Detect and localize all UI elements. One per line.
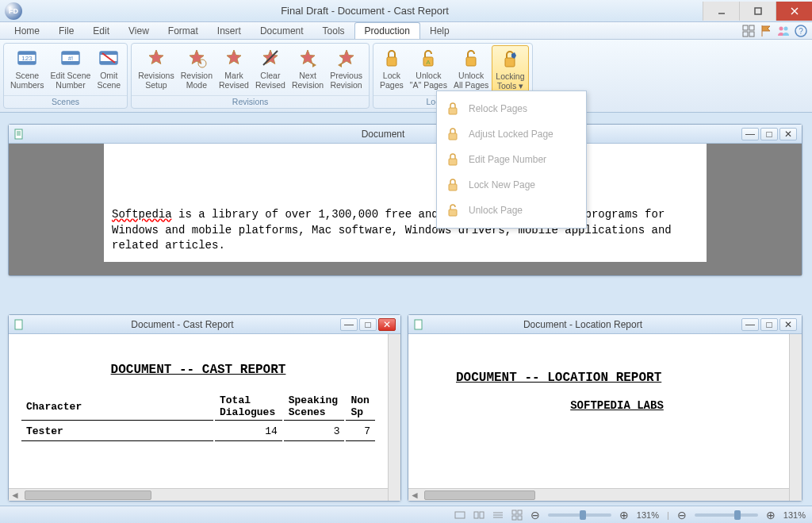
grid-icon[interactable] [742, 25, 755, 37]
ribbon-group-revisions: Revisions SetupRevision ModeMark Revised… [131, 43, 370, 109]
vertical-scrollbar[interactable] [789, 334, 802, 501]
zoom-slider-1[interactable] [548, 513, 611, 517]
mark-revised-button[interactable]: Mark Revised [216, 45, 252, 95]
svg-rect-44 [480, 512, 484, 518]
locking-tools-button[interactable]: Locking Tools ▾ [492, 45, 528, 95]
help-icon[interactable]: ? [795, 25, 807, 37]
ribbon-button-label: Previous Revision [330, 71, 362, 90]
pane-minimize-button[interactable]: — [741, 128, 759, 140]
lock-pages-icon [381, 47, 403, 69]
maximize-button[interactable] [739, 2, 776, 21]
pane-maximize-button[interactable]: □ [760, 128, 778, 140]
spell-error-word: Softpedia [112, 208, 172, 221]
minimize-button[interactable] [703, 2, 739, 21]
menu-view[interactable]: View [119, 23, 159, 39]
svg-rect-4 [743, 25, 748, 30]
ribbon-button-label: Unlock All Pages [454, 71, 488, 90]
scene-numbers-button[interactable]: 123Scene Numbers [7, 45, 48, 95]
pane-close-button[interactable]: ✕ [779, 318, 797, 331]
ribbon-button-label: Mark Revised [219, 71, 249, 90]
report-subheading: SOFTPEDIA LABS [456, 399, 778, 412]
menu-help[interactable]: Help [420, 23, 459, 39]
horizontal-scrollbar[interactable]: ◄ [408, 488, 789, 501]
zoom-in-button[interactable]: ⊕ [619, 509, 629, 521]
vertical-scrollbar[interactable] [388, 334, 400, 501]
pane-minimize-button[interactable]: — [741, 318, 759, 331]
svg-rect-43 [474, 512, 478, 518]
pane-body: Softpedia is a library of over 1,300,000… [9, 144, 802, 275]
document-text: is a library of over 1,300,000 free and … [112, 208, 672, 252]
window-controls [703, 2, 812, 21]
status-bar: ⊖ ⊕ 131% | ⊖ ⊕ 131% [0, 506, 812, 523]
doc-icon [413, 319, 424, 330]
relock-icon [445, 101, 461, 117]
pane-close-button[interactable]: ✕ [378, 318, 396, 331]
zoom-out-button[interactable]: ⊖ [530, 509, 540, 521]
dropdown-lock-new[interactable]: Lock New Page [437, 172, 586, 198]
ribbon-button-label: Revision Mode [181, 71, 213, 90]
next-revision-icon [297, 47, 319, 69]
ribbon-group-label: Scenes [4, 95, 127, 108]
lock-pages-button[interactable]: Lock Pages [377, 45, 407, 95]
dropdown-relock[interactable]: Relock Pages [437, 96, 586, 121]
menu-home[interactable]: Home [5, 23, 49, 39]
menu-document[interactable]: Document [251, 23, 313, 39]
table-row[interactable]: Tester 14 3 7 [21, 422, 375, 441]
pane-close-button[interactable]: ✕ [779, 128, 797, 140]
menu-production[interactable]: Production [354, 22, 420, 39]
previous-revision-button[interactable]: Previous Revision [327, 45, 366, 95]
dropdown-adjust[interactable]: Adjust Locked Page [437, 121, 586, 147]
menu-edit[interactable]: Edit [83, 23, 119, 39]
clear-revised-button[interactable]: Clear Revised [252, 45, 289, 95]
people-icon[interactable] [777, 25, 790, 37]
svg-rect-50 [512, 516, 516, 520]
svg-text:123: 123 [22, 55, 33, 62]
zoom-out-button-2[interactable]: ⊖ [677, 509, 687, 521]
edit-scene-number-button[interactable]: #!Edit Scene Number [48, 45, 94, 95]
flag-icon[interactable] [760, 25, 772, 37]
revisions-setup-button[interactable]: Revisions Setup [135, 45, 178, 95]
locking-tools-dropdown: Relock PagesAdjust Locked PageEdit Page … [436, 90, 587, 229]
edit-scene-number-icon: #! [59, 47, 82, 69]
ribbon-button-label: Next Revision [292, 71, 324, 90]
adjust-icon [445, 126, 461, 142]
pane-maximize-button[interactable]: □ [760, 318, 778, 331]
revision-mode-button[interactable]: Revision Mode [178, 45, 216, 95]
scene-numbers-icon: 123 [16, 47, 38, 69]
table-header-row: Character Total Dialogues Speaking Scene… [21, 393, 375, 421]
pane-titlebar: Document — □ ✕ [9, 125, 802, 144]
view-mode-2-icon[interactable] [473, 510, 485, 521]
edit-page-num-icon [445, 152, 461, 167]
view-mode-4-icon[interactable] [511, 510, 523, 521]
svg-rect-35 [449, 210, 457, 216]
next-revision-button[interactable]: Next Revision [289, 45, 327, 95]
menu-file[interactable]: File [49, 23, 83, 39]
document-page[interactable]: Softpedia is a library of over 1,300,000… [104, 144, 707, 262]
horizontal-scrollbar[interactable]: ◄ [9, 488, 388, 501]
close-button[interactable] [776, 2, 812, 21]
menu-format[interactable]: Format [159, 23, 208, 39]
dropdown-label: Unlock Page [469, 205, 523, 216]
zoom-in-button-2[interactable]: ⊕ [766, 509, 776, 521]
unlock-icon [445, 202, 461, 218]
zoom-slider-2[interactable] [695, 513, 758, 517]
svg-point-9 [784, 26, 788, 30]
unlock-all-pages-button[interactable]: Unlock All Pages [450, 45, 492, 95]
location-report-pane: Document - Location Report — □ ✕ DOCUMEN… [408, 314, 802, 502]
dropdown-unlock[interactable]: Unlock Page [437, 198, 586, 223]
view-mode-1-icon[interactable] [454, 510, 465, 521]
svg-rect-49 [518, 510, 522, 514]
ribbon: 123Scene Numbers#!Edit Scene NumberOmit … [0, 40, 812, 113]
pane-maximize-button[interactable]: □ [359, 318, 377, 331]
ribbon-group-scenes: 123Scene Numbers#!Edit Scene NumberOmit … [3, 43, 128, 109]
unlock-a-pages-button[interactable]: AUnlock "A" Pages [407, 45, 450, 95]
view-mode-3-icon[interactable] [492, 510, 504, 521]
menu-insert[interactable]: Insert [208, 23, 251, 39]
dropdown-edit-page-num[interactable]: Edit Page Number [437, 147, 586, 172]
menu-tools[interactable]: Tools [313, 23, 354, 39]
doc-icon [13, 319, 25, 330]
omit-scene-button[interactable]: Omit Scene [94, 45, 124, 95]
pane-minimize-button[interactable]: — [340, 318, 358, 331]
ribbon-button-label: Clear Revised [255, 71, 285, 90]
previous-revision-icon [335, 47, 358, 69]
